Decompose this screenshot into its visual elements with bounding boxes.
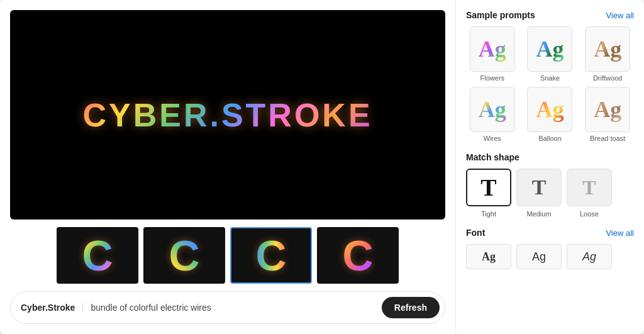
sample-thumb-flowers: Ag xyxy=(470,26,515,72)
refresh-button[interactable]: Refresh xyxy=(382,297,440,318)
thumbnails-row: C C C C xyxy=(10,227,445,284)
font-preview-1[interactable]: Ag xyxy=(466,244,511,269)
match-shape-title: Match shape xyxy=(466,152,519,162)
font-title: Font xyxy=(466,228,485,238)
sample-grid: Ag Flowers Ag Snake Ag Driftwood xyxy=(466,26,634,142)
shape-label-loose: Loose xyxy=(580,210,599,218)
sample-thumb-driftwood: Ag xyxy=(585,26,630,72)
sample-prompts-view-all[interactable]: View all xyxy=(606,11,634,20)
sample-item-breadtoast[interactable]: Ag Bread toast xyxy=(581,87,634,142)
sample-label-driftwood: Driftwood xyxy=(593,74,622,82)
shape-item-loose[interactable]: T Loose xyxy=(567,169,612,218)
thumbnail-item-3[interactable]: C xyxy=(230,227,312,284)
sample-thumb-balloon: Ag xyxy=(527,87,572,132)
font-preview-2[interactable]: Ag xyxy=(516,244,562,269)
sample-ag-driftwood: Ag xyxy=(594,36,621,62)
sample-prompts-section: Sample prompts View all Ag Flowers Ag Sn… xyxy=(466,10,634,142)
thumb-letter-4: C xyxy=(342,231,373,280)
thumb-letter-3: C xyxy=(255,231,286,280)
bottom-bar: Cyber.Stroke Refresh xyxy=(10,291,445,324)
thumbnail-item-4[interactable]: C xyxy=(317,227,399,284)
shape-grid: T Tight T Medium T Loose xyxy=(466,169,634,218)
right-panel: Sample prompts View all Ag Flowers Ag Sn… xyxy=(455,0,644,334)
sample-ag-snake: Ag xyxy=(536,36,564,62)
shape-item-tight[interactable]: T Tight xyxy=(466,169,511,218)
shape-box-tight: T xyxy=(466,169,511,206)
sample-label-snake: Snake xyxy=(540,74,560,82)
shape-item-medium[interactable]: T Medium xyxy=(516,169,562,218)
left-panel: CYBER.STROKE C C C C Cyber.Stroke Refres… xyxy=(0,0,455,334)
thumb-letter-2: C xyxy=(169,231,199,280)
sample-ag-balloon: Ag xyxy=(536,96,564,123)
sample-item-driftwood[interactable]: Ag Driftwood xyxy=(581,26,634,82)
font-previews: Ag Ag Ag xyxy=(466,244,634,269)
thumb-letter-1: C xyxy=(82,231,113,280)
shape-t-medium: T xyxy=(532,175,547,199)
font-view-all[interactable]: View all xyxy=(606,228,634,238)
sample-thumb-breadtoast: Ag xyxy=(585,87,630,132)
shape-label-medium: Medium xyxy=(526,210,551,218)
text-label: Cyber.Stroke xyxy=(21,303,83,313)
shape-box-loose: T xyxy=(567,169,612,206)
sample-item-balloon[interactable]: Ag Balloon xyxy=(524,87,577,142)
sample-prompts-title: Sample prompts xyxy=(466,10,535,20)
sample-item-flowers[interactable]: Ag Flowers xyxy=(466,26,519,82)
match-shape-header: Match shape xyxy=(466,152,634,162)
thumbnail-item-1[interactable]: C xyxy=(57,227,138,284)
sample-label-breadtoast: Bread toast xyxy=(590,135,625,142)
sample-label-balloon: Balloon xyxy=(538,135,562,142)
sample-thumb-wires: Ag xyxy=(470,87,515,132)
prompt-input[interactable] xyxy=(83,303,381,313)
main-preview-text: CYBER.STROKE xyxy=(82,96,372,134)
sample-ag-breadtoast: Ag xyxy=(594,96,621,123)
app-container: CYBER.STROKE C C C C Cyber.Stroke Refres… xyxy=(0,0,644,334)
font-header: Font View all xyxy=(466,228,634,238)
sample-item-wires[interactable]: Ag Wires xyxy=(466,87,519,142)
thumbnail-item-2[interactable]: C xyxy=(143,227,225,284)
font-preview-3[interactable]: Ag xyxy=(567,244,612,269)
sample-item-snake[interactable]: Ag Snake xyxy=(524,26,577,82)
sample-prompts-header: Sample prompts View all xyxy=(466,10,634,20)
sample-ag-wires: Ag xyxy=(479,96,506,123)
sample-label-flowers: Flowers xyxy=(480,74,505,82)
main-preview: CYBER.STROKE xyxy=(10,10,445,220)
font-section: Font View all Ag Ag Ag xyxy=(466,228,634,269)
match-shape-section: Match shape T Tight T Medium T xyxy=(466,152,634,218)
shape-label-tight: Tight xyxy=(481,210,496,218)
shape-box-medium: T xyxy=(516,169,562,206)
shape-t-tight: T xyxy=(480,174,496,201)
sample-ag-flowers: Ag xyxy=(479,36,506,62)
sample-thumb-snake: Ag xyxy=(527,26,572,72)
shape-t-loose: T xyxy=(582,176,596,199)
sample-label-wires: Wires xyxy=(484,135,501,142)
